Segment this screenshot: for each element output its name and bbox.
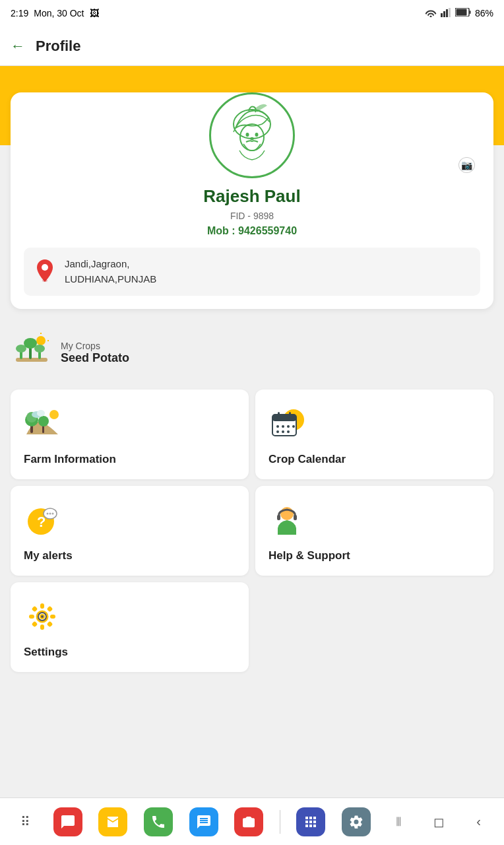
svg-rect-2 [446, 9, 448, 17]
my-alerts-icon: ? [24, 502, 236, 541]
svg-rect-62 [47, 606, 53, 613]
signal-icon [441, 8, 451, 19]
wifi-icon [425, 8, 437, 19]
user-name: Rajesh Paul [24, 186, 480, 207]
svg-rect-61 [32, 606, 38, 613]
svg-point-66 [41, 615, 44, 618]
crops-info: My Crops Seed Potato [61, 341, 129, 365]
status-bar: 2:19 Mon, 30 Oct 🖼 86% [0, 0, 504, 26]
user-fid: FID - 9898 [24, 211, 480, 221]
user-mobile: Mob : 9426559740 [24, 225, 480, 237]
card-settings[interactable]: Settings [11, 582, 249, 672]
svg-point-14 [36, 336, 46, 345]
svg-point-39 [276, 425, 279, 428]
svg-point-10 [255, 133, 259, 137]
my-alerts-label: My alerts [24, 549, 236, 562]
farm-information-icon [24, 405, 236, 445]
svg-rect-1 [443, 11, 445, 17]
crops-label: My Crops [61, 341, 129, 351]
svg-point-41 [287, 425, 290, 428]
location-box: Jandi,Jagraon, LUDHIANA,PUNJAB [24, 248, 480, 296]
menu-button[interactable]: ⦀ [387, 810, 410, 834]
bottom-nav: ⠿ ⦀ ◻ ‹ [0, 797, 504, 845]
crop-calendar-icon [268, 405, 480, 445]
svg-point-9 [246, 133, 249, 137]
status-date: Mon, 30 Oct [34, 8, 84, 18]
svg-rect-37 [278, 412, 280, 417]
card-farm-information[interactable]: Farm Information [11, 389, 249, 479]
app-icon-gear[interactable] [342, 807, 371, 836]
svg-rect-0 [441, 13, 443, 17]
location-pin-icon [34, 258, 55, 286]
crop-calendar-label: Crop Calendar [268, 453, 480, 466]
avatar-wrapper: 📷 [24, 92, 480, 178]
svg-rect-5 [456, 9, 466, 16]
crops-icon [13, 333, 50, 372]
svg-point-13 [42, 279, 47, 282]
svg-point-51 [52, 513, 54, 515]
svg-rect-63 [32, 621, 38, 628]
app-icon-grid[interactable] [296, 807, 325, 836]
top-nav: ← Profile [0, 26, 504, 66]
location-text: Jandi,Jagraon, LUDHIANA,PUNJAB [65, 257, 156, 287]
app-icon-green[interactable] [144, 807, 173, 836]
svg-point-30 [38, 416, 49, 426]
svg-rect-22 [29, 347, 32, 359]
svg-rect-59 [29, 615, 34, 619]
cards-grid: Farm Information [0, 383, 504, 679]
svg-rect-64 [47, 621, 53, 628]
profile-card: 📷 Rajesh Paul FID - 9898 Mob : 942655974… [11, 92, 493, 309]
svg-point-44 [282, 430, 284, 433]
app-icon-blue[interactable] [189, 807, 218, 836]
status-time: 2:19 [11, 8, 28, 18]
svg-point-25 [34, 345, 45, 353]
svg-point-50 [49, 513, 51, 515]
app-icon-yellow[interactable] [98, 807, 127, 836]
svg-point-43 [276, 430, 279, 433]
avatar[interactable] [209, 92, 295, 178]
settings-label: Settings [24, 646, 236, 659]
my-crops-section: My Crops Seed Potato [0, 322, 504, 383]
camera-icon[interactable]: 📷 [458, 157, 475, 173]
battery-icon [455, 8, 471, 18]
svg-point-33 [37, 410, 45, 417]
svg-point-31 [49, 410, 59, 419]
back-button[interactable]: ← [11, 38, 25, 55]
svg-point-45 [287, 430, 290, 433]
farmer-avatar-svg [216, 99, 288, 172]
svg-rect-6 [469, 11, 470, 14]
svg-rect-57 [40, 603, 44, 609]
svg-rect-3 [449, 8, 451, 17]
svg-rect-53 [277, 515, 280, 520]
svg-rect-36 [272, 415, 296, 421]
screenshot-icon: 🖼 [90, 8, 99, 18]
app-icon-red[interactable] [53, 807, 82, 836]
svg-point-42 [292, 425, 295, 428]
svg-rect-58 [40, 625, 44, 630]
svg-point-12 [42, 264, 48, 271]
card-crop-calendar[interactable]: Crop Calendar [255, 389, 493, 479]
back-nav-button[interactable]: ‹ [467, 810, 491, 834]
status-icons: 86% [425, 8, 493, 19]
svg-rect-38 [289, 412, 291, 417]
svg-point-40 [282, 425, 284, 428]
nav-divider [280, 810, 280, 834]
page-title: Profile [36, 38, 80, 55]
card-help-support[interactable]: Help & Support [255, 486, 493, 576]
svg-point-49 [47, 513, 49, 515]
app-icon-camera[interactable] [234, 807, 263, 836]
help-support-label: Help & Support [268, 549, 480, 562]
card-my-alerts[interactable]: ? My alerts [11, 486, 249, 576]
home-button[interactable]: ◻ [427, 810, 451, 834]
farm-information-label: Farm Information [24, 453, 236, 466]
help-support-icon [268, 502, 480, 541]
settings-icon [24, 598, 236, 638]
battery-percent: 86% [475, 8, 493, 18]
svg-rect-54 [294, 515, 297, 520]
crops-value: Seed Potato [61, 351, 129, 365]
dots-button[interactable]: ⠿ [13, 810, 37, 834]
svg-rect-60 [50, 615, 55, 619]
